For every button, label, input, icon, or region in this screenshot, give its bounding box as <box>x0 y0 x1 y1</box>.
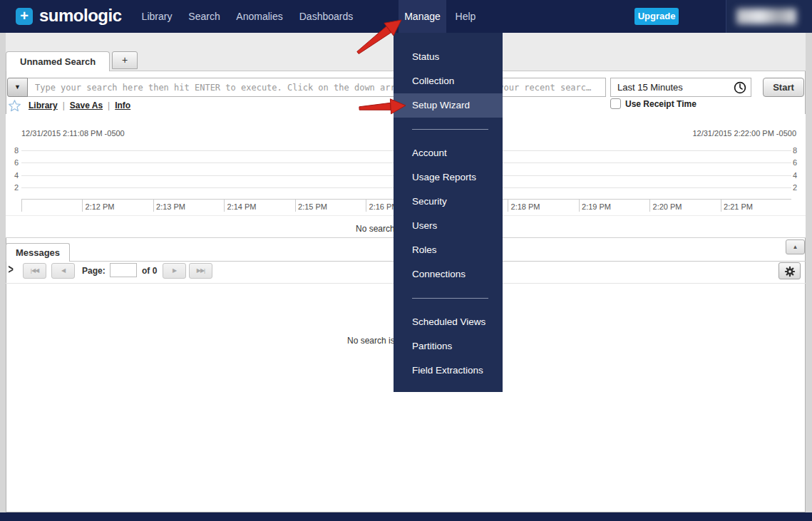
start-button[interactable]: Start <box>763 78 804 97</box>
y-axis-label: 8 <box>9 146 19 155</box>
link-separator: | <box>108 100 110 110</box>
y-axis-label: 2 <box>793 183 803 192</box>
app-window: + sumologic Library Search Anomalies Das… <box>0 0 812 521</box>
clock-icon <box>733 81 747 100</box>
menu-item-users[interactable]: Users <box>394 214 503 238</box>
x-axis-tick-label: 2:13 PM <box>150 202 192 211</box>
menu-item-usage-reports[interactable]: Usage Reports <box>394 165 503 190</box>
menu-item-connections[interactable]: Connections <box>394 262 503 287</box>
x-axis-tick-label: 2:18 PM <box>504 202 547 211</box>
x-axis-tick-label: 2:20 PM <box>646 202 689 211</box>
gear-icon <box>784 264 796 277</box>
nav-item-anomalies[interactable]: Anomalies <box>235 0 284 33</box>
y-axis-label: 2 <box>9 183 19 192</box>
x-axis-tick-label: 2:21 PM <box>717 202 760 211</box>
menu-divider <box>412 129 488 130</box>
y-axis-label: 4 <box>793 171 803 180</box>
menu-item-roles[interactable]: Roles <box>394 238 503 262</box>
sumologic-plus-icon: + <box>16 8 33 25</box>
tab-messages[interactable]: Messages <box>6 243 70 262</box>
username-redacted <box>736 9 796 24</box>
last-page-button[interactable]: ▶▶| <box>189 263 212 279</box>
menu-item-security[interactable]: Security <box>394 190 503 214</box>
menu-item-setup-wizard[interactable]: Setup Wizard <box>394 93 503 118</box>
collapse-panel-button[interactable]: ▲ <box>786 239 805 254</box>
menu-item-account[interactable]: Account <box>394 141 503 165</box>
menu-item-partitions[interactable]: Partitions <box>394 334 503 358</box>
first-page-button[interactable]: |◀◀ <box>23 263 46 279</box>
x-axis-tick-label: 2:15 PM <box>292 202 334 211</box>
nav-item-search[interactable]: Search <box>187 0 221 33</box>
nav-item-manage[interactable]: Manage <box>399 0 446 33</box>
use-receipt-time-checkbox[interactable] <box>610 98 621 109</box>
menu-divider <box>412 298 488 299</box>
menu-item-scheduled-views[interactable]: Scheduled Views <box>394 310 503 334</box>
page-count-label: of 0 <box>142 266 157 276</box>
page-label: Page: <box>82 266 106 276</box>
chart-end-timestamp: 12/31/2015 2:22:00 PM -0500 <box>692 129 796 138</box>
link-separator: | <box>63 100 65 110</box>
time-range-selector[interactable]: Last 15 Minutes <box>610 78 751 97</box>
chart-start-timestamp: 12/31/2015 2:11:08 PM -0500 <box>21 129 125 138</box>
menu-item-status[interactable]: Status <box>394 45 503 69</box>
nav-item-library[interactable]: Library <box>140 0 174 33</box>
user-account-area[interactable] <box>726 0 812 33</box>
y-axis-label: 8 <box>793 146 803 155</box>
use-receipt-time-label: Use Receipt Time <box>625 99 697 109</box>
nav-item-dashboards[interactable]: Dashboards <box>298 0 354 33</box>
menu-item-field-extractions[interactable]: Field Extractions <box>394 358 503 383</box>
search-links: Library|Save As|Info <box>29 100 130 110</box>
next-page-button[interactable]: ▶ <box>163 263 186 279</box>
tab-unnamed-search[interactable]: Unnamed Search <box>6 51 110 71</box>
upgrade-button[interactable]: Upgrade <box>634 8 679 25</box>
search-input[interactable] <box>27 78 606 97</box>
x-axis-tick-label: 2:12 PM <box>78 202 121 211</box>
y-axis-label: 4 <box>9 171 19 180</box>
x-axis-tick <box>21 199 22 212</box>
sumologic-logo[interactable]: sumologic <box>39 6 122 26</box>
y-axis-label: 6 <box>9 158 19 167</box>
save-as-link[interactable]: Save As <box>70 100 103 110</box>
expand-sidebar-chevron-icon[interactable]: > <box>8 262 13 277</box>
time-range-value: Last 15 Minutes <box>617 82 683 93</box>
x-axis-tick-label: 2:14 PM <box>220 202 263 211</box>
nav-item-help[interactable]: Help <box>453 0 478 33</box>
x-axis-tick-label: 2:19 PM <box>575 202 618 211</box>
use-receipt-time-option: Use Receipt Time <box>610 98 697 109</box>
top-navbar: + sumologic Library Search Anomalies Das… <box>0 0 812 33</box>
manage-dropdown-menu: Status Collection Setup Wizard Account U… <box>394 33 503 392</box>
new-tab-button[interactable]: + <box>112 51 138 69</box>
page-number-input[interactable] <box>110 263 137 277</box>
settings-button[interactable] <box>778 262 801 279</box>
library-link[interactable]: Library <box>29 100 58 110</box>
favorite-star-icon[interactable] <box>8 99 21 113</box>
y-axis-label: 6 <box>793 158 803 167</box>
search-history-dropdown-button[interactable]: ▼ <box>7 78 28 97</box>
menu-item-collection[interactable]: Collection <box>394 69 503 93</box>
info-link[interactable]: Info <box>115 100 130 110</box>
prev-page-button[interactable]: ◀ <box>51 263 75 279</box>
bottom-bar <box>0 512 812 521</box>
